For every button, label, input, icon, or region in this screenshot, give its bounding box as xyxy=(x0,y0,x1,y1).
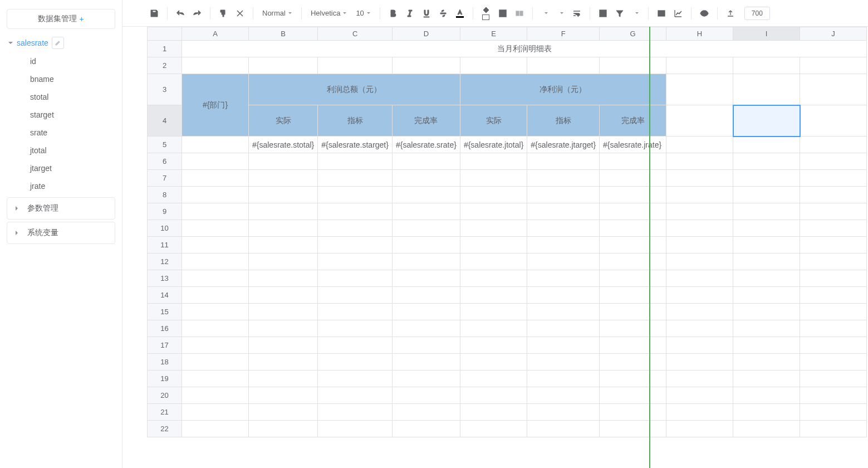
cell-F15[interactable] xyxy=(527,304,600,320)
cell-J13[interactable] xyxy=(800,270,867,287)
cell-A13[interactable] xyxy=(182,270,249,287)
halign-dropdown[interactable] xyxy=(538,6,552,21)
cell-F16[interactable] xyxy=(527,320,600,337)
edit-dataset-button[interactable] xyxy=(52,37,64,49)
cell-J7[interactable] xyxy=(800,170,867,187)
image-button[interactable] xyxy=(654,6,669,21)
header-group2[interactable]: 净利润（元） xyxy=(460,74,666,105)
cell-E5[interactable]: #{salesrate.jtotal} xyxy=(460,136,527,153)
cell-A22[interactable] xyxy=(182,421,249,437)
cell-A6[interactable] xyxy=(182,153,249,170)
cell-B2[interactable] xyxy=(249,57,318,74)
row-header-8[interactable]: 8 xyxy=(148,187,182,203)
cell-A10[interactable] xyxy=(182,220,249,237)
undo-button[interactable] xyxy=(173,6,188,21)
params-panel-header[interactable]: 参数管理 xyxy=(7,197,115,220)
cell-D5[interactable]: #{salesrate.srate} xyxy=(392,136,460,153)
preview-button[interactable] xyxy=(697,6,712,21)
valign-dropdown[interactable] xyxy=(554,6,567,21)
strikethrough-button[interactable] xyxy=(436,6,450,21)
col-header-F[interactable]: F xyxy=(527,27,600,41)
cell-F6[interactable] xyxy=(527,153,600,170)
cell-H9[interactable] xyxy=(666,203,733,220)
row-header-20[interactable]: 20 xyxy=(148,387,182,404)
row-header-6[interactable]: 6 xyxy=(148,153,182,170)
redo-button[interactable] xyxy=(190,6,204,21)
cell-F11[interactable] xyxy=(527,237,600,254)
row-header-12[interactable]: 12 xyxy=(148,254,182,270)
subheader-5[interactable]: 完成率 xyxy=(600,105,666,136)
export-button[interactable] xyxy=(723,6,738,21)
cell-D15[interactable] xyxy=(392,304,460,320)
cell-C11[interactable] xyxy=(318,237,393,254)
cell-I13[interactable] xyxy=(733,270,800,287)
cell-H5[interactable] xyxy=(666,136,733,153)
cell-F8[interactable] xyxy=(527,187,600,203)
cell-J18[interactable] xyxy=(800,354,867,370)
cell-H15[interactable] xyxy=(666,304,733,320)
cell-E19[interactable] xyxy=(460,370,527,387)
cell-F12[interactable] xyxy=(527,254,600,270)
cell-H6[interactable] xyxy=(666,153,733,170)
col-header-D[interactable]: D xyxy=(392,27,460,41)
cell-E17[interactable] xyxy=(460,337,527,354)
cell-D9[interactable] xyxy=(392,203,460,220)
cell-E7[interactable] xyxy=(460,170,527,187)
row-header-19[interactable]: 19 xyxy=(148,370,182,387)
cell-D14[interactable] xyxy=(392,287,460,304)
cell-A21[interactable] xyxy=(182,404,249,421)
tree-node-salesrate[interactable]: salesrate xyxy=(0,33,122,52)
cell-F21[interactable] xyxy=(527,404,600,421)
row-header-11[interactable]: 11 xyxy=(148,237,182,254)
row-header-9[interactable]: 9 xyxy=(148,203,182,220)
cell-B7[interactable] xyxy=(249,170,318,187)
cell-C15[interactable] xyxy=(318,304,393,320)
tree-leaf-id[interactable]: id xyxy=(22,52,122,70)
cell-I22[interactable] xyxy=(733,421,800,437)
cell-B17[interactable] xyxy=(249,337,318,354)
cell-H7[interactable] xyxy=(666,170,733,187)
cell-E9[interactable] xyxy=(460,203,527,220)
cell-D17[interactable] xyxy=(392,337,460,354)
row-header-7[interactable]: 7 xyxy=(148,170,182,187)
cell-G9[interactable] xyxy=(600,203,666,220)
cell-E13[interactable] xyxy=(460,270,527,287)
tree-leaf-bname[interactable]: bname xyxy=(22,70,122,88)
cell-F17[interactable] xyxy=(527,337,600,354)
cell-B19[interactable] xyxy=(249,370,318,387)
cell-F5[interactable]: #{salesrate.jtarget} xyxy=(527,136,600,153)
cell-C22[interactable] xyxy=(318,421,393,437)
header-group1[interactable]: 利润总额（元） xyxy=(249,74,460,105)
corner-cell[interactable] xyxy=(148,27,182,41)
subheader-0[interactable]: 实际 xyxy=(249,105,318,136)
row-header-15[interactable]: 15 xyxy=(148,304,182,320)
cell-A20[interactable] xyxy=(182,387,249,404)
cell-A16[interactable] xyxy=(182,320,249,337)
cell-G20[interactable] xyxy=(600,387,666,404)
cell-E21[interactable] xyxy=(460,404,527,421)
cell-H18[interactable] xyxy=(666,354,733,370)
subheader-1[interactable]: 指标 xyxy=(318,105,393,136)
cell-A12[interactable] xyxy=(182,254,249,270)
save-button[interactable] xyxy=(147,6,161,21)
cell-G21[interactable] xyxy=(600,404,666,421)
cell-I6[interactable] xyxy=(733,153,800,170)
cell-H16[interactable] xyxy=(666,320,733,337)
row-header-14[interactable]: 14 xyxy=(148,287,182,304)
cell-J10[interactable] xyxy=(800,220,867,237)
cell-D11[interactable] xyxy=(392,237,460,254)
style-dropdown[interactable]: Normal xyxy=(259,6,296,21)
cell-C5[interactable]: #{salesrate.starget} xyxy=(318,136,393,153)
cell-A18[interactable] xyxy=(182,354,249,370)
cell-I17[interactable] xyxy=(733,337,800,354)
cell-J4[interactable] xyxy=(800,105,867,136)
text-wrap-button[interactable] xyxy=(570,6,584,21)
tree-leaf-jtarget[interactable]: jtarget xyxy=(22,159,122,177)
cell-J11[interactable] xyxy=(800,237,867,254)
clear-format-button[interactable] xyxy=(233,6,247,21)
cell-C13[interactable] xyxy=(318,270,393,287)
cell-B21[interactable] xyxy=(249,404,318,421)
cell-B6[interactable] xyxy=(249,153,318,170)
cell-I9[interactable] xyxy=(733,203,800,220)
col-header-A[interactable]: A xyxy=(182,27,249,41)
